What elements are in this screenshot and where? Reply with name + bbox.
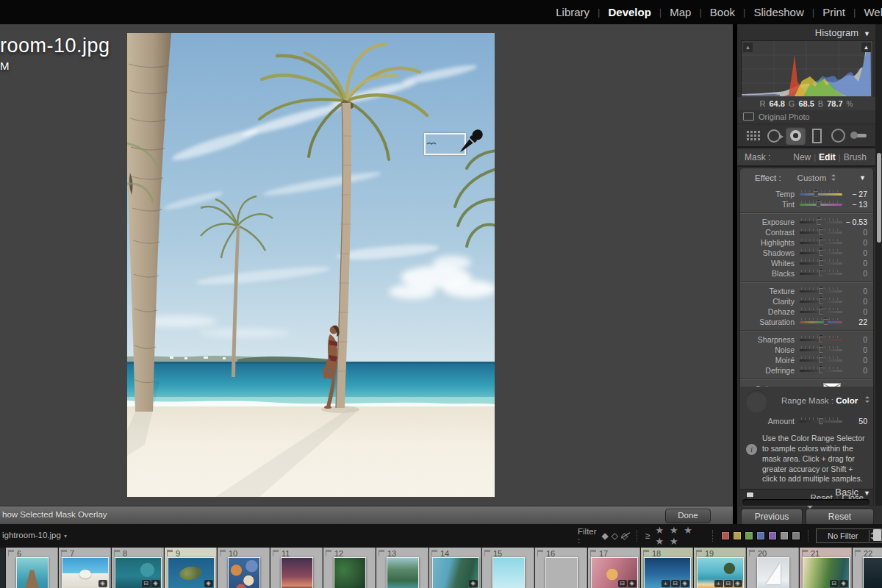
thumbnail[interactable]: ◈ xyxy=(62,557,109,588)
amount-slider-track[interactable] xyxy=(800,420,842,423)
filmstrip-cell-15[interactable]: 15◈ xyxy=(482,548,534,588)
filmstrip-cell-10[interactable]: 10◈ xyxy=(218,548,270,588)
slider-track-clarity[interactable] xyxy=(800,301,842,303)
original-photo-row[interactable]: Original Photo xyxy=(737,110,875,123)
grid-tool-icon[interactable] xyxy=(742,127,762,145)
edit-badge-icon[interactable]: ◈ xyxy=(98,580,107,587)
label-color-filter-2[interactable] xyxy=(745,531,753,540)
slider-track-noise[interactable] xyxy=(800,349,842,351)
edit-badge-icon[interactable]: ◈ xyxy=(151,580,160,587)
slider-track-texture[interactable] xyxy=(800,290,842,293)
slider-thumb[interactable] xyxy=(817,345,825,354)
slider-track-sharpness[interactable] xyxy=(800,339,842,341)
slider-track-blacks[interactable] xyxy=(800,273,842,275)
edit-badge-icon[interactable]: ◈ xyxy=(734,580,742,587)
collapse-triangle-icon[interactable]: ▼ xyxy=(864,30,870,37)
cell-flag-icon[interactable] xyxy=(273,550,279,556)
slider-track-exposure[interactable] xyxy=(800,221,842,223)
slider-thumb[interactable] xyxy=(817,259,825,268)
label-color-filter-5[interactable] xyxy=(780,531,789,540)
reset-button[interactable]: Reset xyxy=(806,509,874,526)
flag-picked-icon[interactable]: ◆ xyxy=(602,531,609,541)
slider-thumb[interactable] xyxy=(814,200,822,209)
slider-track-whites[interactable] xyxy=(800,262,842,265)
filmstrip-cell-18[interactable]: 18◈⊟± xyxy=(641,548,693,588)
filmstrip-lock-icon[interactable] xyxy=(873,529,881,541)
panel-scrollbar-track[interactable] xyxy=(875,24,882,506)
slider-thumb[interactable] xyxy=(817,269,825,278)
thumbnail[interactable]: ◈ xyxy=(16,557,49,588)
range-mask-mode-select[interactable]: Color xyxy=(836,396,858,405)
thumbnail[interactable]: ◈ xyxy=(545,557,578,588)
edit-badge-icon[interactable]: ⊟ xyxy=(618,580,627,587)
edit-badge-icon[interactable]: ◈ xyxy=(469,580,478,587)
slider-thumb[interactable] xyxy=(815,218,823,226)
edit-badge-icon[interactable]: ⊟ xyxy=(142,580,151,587)
mask-overlay-checkbox-label[interactable]: how Selected Mask Overlay xyxy=(2,510,107,519)
slider-track-moiré[interactable] xyxy=(800,359,842,362)
slider-thumb[interactable] xyxy=(817,356,825,365)
cell-flag-icon[interactable] xyxy=(61,550,68,556)
slider-thumb[interactable] xyxy=(822,318,830,326)
thumbnail[interactable]: ◈ xyxy=(228,557,260,588)
basic-panel-header[interactable]: Basic▼ xyxy=(835,487,870,498)
panel-divider-bar[interactable] xyxy=(742,499,870,506)
edit-badge-icon[interactable]: ◈ xyxy=(681,580,689,587)
histogram-graph[interactable]: ▲ ▲ xyxy=(741,40,873,98)
cell-flag-icon[interactable] xyxy=(749,550,756,556)
thumbnail[interactable]: ◈⊟± xyxy=(697,557,744,588)
edit-badge-icon[interactable]: ◈ xyxy=(204,580,213,587)
cell-flag-icon[interactable] xyxy=(326,550,332,556)
slider-thumb[interactable] xyxy=(817,248,825,257)
shadow-clipping-icon[interactable]: ▲ xyxy=(743,43,753,52)
filmstrip-cell-17[interactable]: 17◈⊟ xyxy=(588,548,640,588)
mask-mode-brush[interactable]: Brush xyxy=(844,152,867,162)
edit-badge-icon[interactable]: ⊟ xyxy=(671,580,680,587)
label-color-filter-0[interactable] xyxy=(721,531,730,540)
collapse-triangle-icon[interactable]: ▼ xyxy=(864,490,870,497)
flag-rejected-icon[interactable]: ◇ xyxy=(621,531,628,541)
cell-flag-icon[interactable] xyxy=(379,550,385,556)
module-tab-library[interactable]: Library xyxy=(554,6,591,18)
effect-preset-select[interactable]: Custom xyxy=(797,173,827,182)
cell-flag-icon[interactable] xyxy=(802,550,808,556)
flag-unflagged-icon[interactable]: ◇ xyxy=(612,531,618,541)
range-mode-updown-icon[interactable] xyxy=(864,396,870,404)
slider-track-saturation[interactable] xyxy=(800,321,842,323)
filmstrip-cell-9[interactable]: 9◈ xyxy=(165,548,217,588)
thumbnail[interactable]: ◈⊟ xyxy=(591,557,638,588)
thumbnail[interactable]: ◈ xyxy=(432,557,479,588)
edit-badge-icon[interactable]: ◈ xyxy=(839,580,848,587)
slider-track-dehaze[interactable] xyxy=(800,311,842,313)
cell-flag-icon[interactable] xyxy=(643,550,650,556)
thumbnail[interactable] xyxy=(863,557,882,588)
slider-track-defringe[interactable] xyxy=(800,370,842,372)
slider-track-contrast[interactable] xyxy=(800,232,842,234)
slider-track-tint[interactable] xyxy=(800,204,842,206)
edit-badge-icon[interactable]: ± xyxy=(714,580,723,587)
red-eye-icon[interactable] xyxy=(786,127,806,145)
thumbnail[interactable]: ◈⊟± xyxy=(644,557,691,588)
cell-flag-icon[interactable] xyxy=(114,550,121,556)
module-tab-map[interactable]: Map xyxy=(668,6,692,18)
edit-badge-icon[interactable]: ⊟ xyxy=(830,580,839,587)
filmstrip-cell-19[interactable]: 19◈⊟± xyxy=(694,548,746,588)
label-color-filter-3[interactable] xyxy=(756,531,765,540)
thumbnail[interactable]: ◈ xyxy=(168,557,215,588)
thumbnail[interactable]: ◈ xyxy=(387,557,419,588)
cell-flag-icon[interactable] xyxy=(167,550,173,556)
module-tab-web[interactable]: Web xyxy=(862,6,882,18)
amount-slider-thumb[interactable] xyxy=(817,417,825,426)
slider-track-shadows[interactable] xyxy=(800,252,842,254)
spot-removal-icon[interactable] xyxy=(764,127,784,145)
slider-thumb[interactable] xyxy=(817,297,825,306)
filmstrip-cell-14[interactable]: 14◈ xyxy=(429,548,481,588)
radial-filter-icon[interactable] xyxy=(828,127,848,145)
color-sample-well[interactable] xyxy=(745,390,768,413)
histogram-header[interactable]: Histogram▼ xyxy=(815,27,870,38)
highlight-clipping-icon[interactable]: ▲ xyxy=(861,43,871,52)
thumbnail[interactable]: ◈⊟ xyxy=(115,557,162,588)
cell-flag-icon[interactable] xyxy=(431,550,438,556)
cell-flag-icon[interactable] xyxy=(220,550,226,556)
cell-flag-icon[interactable] xyxy=(484,550,491,556)
